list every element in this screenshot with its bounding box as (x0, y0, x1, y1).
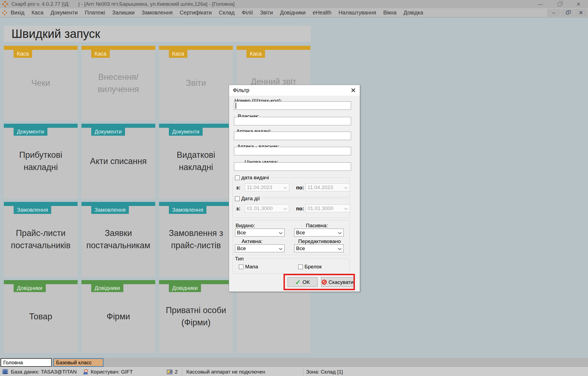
chevron-down-icon (284, 186, 287, 189)
action-date-to-value: 01.01.3000 (307, 205, 333, 211)
brelok-checkbox[interactable] (298, 265, 303, 269)
status-user: Користувач: GIFT (91, 369, 133, 375)
tab-holovna[interactable]: Головна (1, 358, 52, 367)
pre-activated-label: Передактивовано (298, 238, 341, 244)
tile-cheky[interactable]: Каса Чеки (4, 46, 78, 121)
issue-date-to-combo[interactable]: 11.04.2023 (306, 183, 350, 191)
active-value: Все (237, 245, 246, 251)
tile-zaiavky-postachalnykam[interactable]: Замовлення Заявки постачальникам (81, 202, 155, 277)
menu-zamovlennia[interactable]: Замовлення (138, 10, 176, 16)
cash-register-icon (167, 369, 173, 374)
mdi-restore-icon (566, 11, 569, 14)
action-date-checkbox[interactable] (235, 196, 240, 201)
action-date-from-combo[interactable]: 01.01.3000 (245, 204, 289, 212)
tile-akty-spysannia[interactable]: Документи Акти списання (81, 124, 155, 199)
menu-zvity[interactable]: Звіти (257, 10, 276, 16)
status-session-count: 2 (175, 369, 178, 375)
from-label: з: (236, 206, 240, 212)
tile-tovar[interactable]: Довідники Товар (4, 280, 78, 353)
mdi-child-icon (2, 10, 7, 15)
tile-vydatkovi-nakladni[interactable]: Документи Видаткові накладні (159, 124, 233, 199)
dialog-close-icon[interactable]: ✕ (351, 87, 356, 94)
mapa-label: Мапа (245, 264, 258, 270)
pharmacy-owner-input[interactable] (234, 147, 351, 155)
tile-vnesennia-vyluchennia[interactable]: Каса Внесення/вилучення (81, 46, 155, 121)
close-button[interactable]: ✕ (569, 0, 588, 8)
tile-label: Звіти (159, 46, 233, 121)
menu-dovidka[interactable]: Довідка (400, 10, 427, 16)
from-label: з: (236, 185, 240, 191)
tile-label: Приватні особи (Фірми) (159, 280, 233, 353)
chevron-down-icon (284, 207, 287, 210)
database-icon (2, 369, 8, 375)
brelok-label: Брелок (304, 264, 322, 270)
menu-dovidnyky[interactable]: Довідники (276, 10, 309, 16)
action-date-to-combo[interactable]: 01.01.3000 (306, 204, 350, 212)
tile-label: Акти списання (81, 124, 155, 199)
menu-zalyshky[interactable]: Залишки (109, 10, 138, 16)
issue-date-checkbox[interactable] (235, 175, 240, 180)
menu-ehealth[interactable]: eHealth (309, 10, 335, 16)
active-label: Активна: (242, 238, 263, 244)
menu-platezhi[interactable]: Платежі (81, 10, 108, 16)
pre-activated-value: Все (296, 245, 305, 251)
tab-bazovyi-klass[interactable]: Базовый класс (53, 358, 103, 367)
minimize-button[interactable]: — (531, 0, 550, 8)
menu-vykhid[interactable]: Вихід (7, 10, 28, 16)
mdi-minimize-button[interactable]: – (547, 9, 560, 17)
owner-input[interactable] (234, 117, 351, 125)
filter-dialog: Фільтр ✕ Номер (Штрих-код): Власник: Апт… (229, 85, 360, 292)
ok-button[interactable]: ✓ OK (288, 277, 318, 287)
status-selects-group: Видано: Пасивна: Все Все Активна: Переда… (233, 220, 350, 255)
action-date-group: Дата дії з: 01.01.3000 по: 01.01.3000 (233, 198, 350, 218)
mapa-checkbox[interactable] (239, 265, 243, 269)
restore-button[interactable] (550, 0, 569, 8)
menu-sertyfikaty[interactable]: Сертифікати (176, 10, 215, 16)
menu-sklad[interactable]: Склад (215, 10, 238, 16)
issue-date-from-combo[interactable]: 11.04.2023 (245, 183, 289, 191)
status-database: База даних: TASA3@TITAN (11, 369, 77, 375)
tile-zvity[interactable]: Каса Звіти (159, 46, 233, 121)
menu-kasa[interactable]: Каса (28, 10, 47, 16)
tile-prybutkovi-nakladni[interactable]: Документи Прибуткові накладні (4, 124, 78, 199)
passive-select[interactable]: Все (294, 229, 344, 236)
cancel-button-label: Скасувати (328, 279, 353, 285)
tile-label: Товар (4, 280, 78, 353)
number-barcode-input[interactable] (234, 101, 351, 110)
menu-filii[interactable]: Філії (238, 10, 256, 16)
mdi-restore-button[interactable] (561, 9, 574, 17)
tile-prais-lysty-postachalnykiv[interactable]: Замовлення Прайс-листи постачальників (4, 202, 78, 277)
pre-activated-select[interactable]: Все (294, 244, 344, 252)
menu-dokumenty[interactable]: Документи (47, 10, 81, 16)
active-select[interactable]: Все (235, 244, 285, 252)
price-condition-input[interactable] (234, 162, 351, 171)
check-icon: ✓ (295, 278, 301, 286)
status-separator (303, 368, 303, 375)
tile-label: Внесення/вилучення (81, 46, 155, 121)
app-logo-icon (2, 1, 8, 7)
issued-select[interactable]: Все (235, 229, 285, 236)
tile-firmy[interactable]: Довідники Фірми (81, 280, 155, 353)
mdi-close-button[interactable]: ✕ (574, 9, 587, 17)
tile-pryvatni-osoby[interactable]: Довідники Приватні особи (Фірми) (159, 280, 233, 353)
menu-vikna[interactable]: Вікна (380, 10, 400, 16)
status-zone: Зона: Склад [1] (306, 369, 343, 375)
menu-bar: Вихід Каса Документи Платежі Залишки Зам… (0, 8, 588, 17)
issued-value: Все (237, 230, 246, 236)
action-date-from-value: 01.01.3000 (247, 205, 273, 211)
status-cash-register: Кассовый аппарат не подключен (186, 369, 265, 375)
cancel-button[interactable]: Скасувати (321, 277, 354, 287)
pharmacy-issue-input[interactable] (234, 132, 351, 140)
tile-label: Заявки постачальникам (81, 202, 155, 277)
tab-label: Базовый класс (56, 360, 92, 366)
issue-date-group: дата видачі з: 11.04.2023 по: 11.04.2023 (233, 177, 350, 197)
tile-label: Чеки (4, 46, 78, 121)
dialog-titlebar: Фільтр (229, 85, 360, 96)
menu-nalashtuvannia[interactable]: Налаштування (335, 10, 380, 16)
text-caret (236, 103, 236, 109)
tile-zamovlennia-z-prais-lystiv[interactable]: Замовлення Замовлення з прайс-листів (159, 202, 233, 277)
issue-date-group-label: дата видачі (241, 175, 269, 181)
chevron-down-icon (279, 231, 282, 234)
dialog-title: Фільтр (233, 87, 249, 93)
chevron-down-icon (338, 247, 342, 250)
